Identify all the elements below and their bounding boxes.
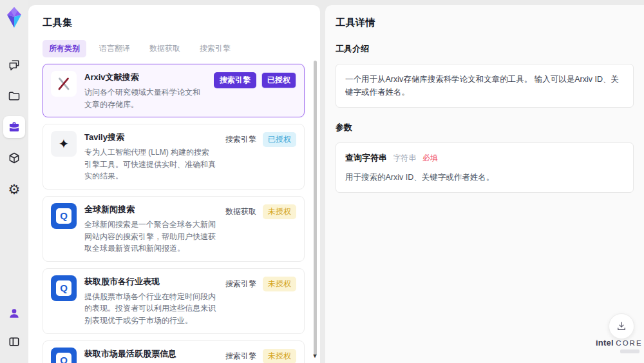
tool-card-main: Tavily搜索 专为人工智能代理 (LLM) 构建的搜索引擎工具。可快速提供实… xyxy=(84,131,216,182)
category-tabs: 所有类别语言翻译数据获取搜索引擎 xyxy=(43,40,305,57)
brand-intel: intel xyxy=(596,338,614,348)
tool-card[interactable]: Q 获取市场最活跃股票信息 提供当天交易量最高的股票列表，投资者可以利用这些信息… xyxy=(43,340,305,363)
category-tab[interactable]: 数据获取 xyxy=(143,40,187,57)
app-logo xyxy=(5,6,24,28)
param-header: 查询字符串 字符串 必填 xyxy=(345,152,624,165)
tool-card-badges: 搜索引擎 已授权 xyxy=(214,71,296,110)
tool-status-badge: 未授权 xyxy=(263,204,296,219)
tool-icon: ✦ xyxy=(51,131,77,157)
page-title: 工具集 xyxy=(43,17,305,29)
app-window: ⚙ 工具集 所有类别语言翻译数据获取搜索引擎 Arx xyxy=(0,0,644,363)
tool-status-badge: 已授权 xyxy=(261,72,296,88)
intel-core-logo: intel core xyxy=(596,338,639,353)
list-scrollbar[interactable] xyxy=(314,61,317,356)
sidebar-item-settings[interactable]: ⚙ xyxy=(3,178,25,200)
download-icon xyxy=(616,320,627,332)
tool-card[interactable]: Q 全球新闻搜索 全球新闻搜索是一个聚合全球各大新闻网站内容的搜索引擎，帮助用户… xyxy=(43,196,305,262)
chat-icon xyxy=(8,59,21,72)
gear-icon: ⚙ xyxy=(8,182,21,196)
params-section-title: 参数 xyxy=(336,122,634,133)
tool-card-badges: 搜索引擎 未授权 xyxy=(224,348,296,363)
brand-core: core xyxy=(616,339,642,347)
tool-card-main: 获取股市各行业表现 提供股票市场各个行业在特定时间段内的表现。投资者可以利用这些… xyxy=(84,275,216,327)
category-tab[interactable]: 所有类别 xyxy=(43,40,86,57)
tool-icon: Q xyxy=(51,203,77,229)
tool-category-badge: 搜索引擎 xyxy=(224,277,258,291)
tool-desc: 全球新闻搜索是一个聚合全球各大新闻网站内容的搜索引擎，帮助用户快速获取全球最新资… xyxy=(84,219,216,255)
panel-toggle-icon xyxy=(8,335,21,348)
tool-category-badge: 搜索引擎 xyxy=(214,72,256,88)
tool-icon: Q xyxy=(51,348,77,363)
param-name: 查询字符串 xyxy=(345,153,387,162)
param-required-badge: 必填 xyxy=(422,153,438,162)
tool-title: Arxiv文献搜索 xyxy=(84,72,206,83)
tool-card[interactable]: Q 获取股市各行业表现 提供股票市场各个行业在特定时间段内的表现。投资者可以利用… xyxy=(43,268,305,334)
intro-box: 一个用于从Arxiv存储库搜索科学论文和文章的工具。 输入可以是Arxiv ID… xyxy=(336,64,634,108)
tool-desc: 访问各个研究领域大量科学论文和文章的存储库。 xyxy=(84,86,206,110)
tool-status-badge: 未授权 xyxy=(263,277,296,291)
tool-list-panel: 工具集 所有类别语言翻译数据获取搜索引擎 Arxiv文献搜索 访问各个研究领域大… xyxy=(28,5,320,363)
sidebar-item-user[interactable] xyxy=(3,302,25,324)
tool-status-badge: 已授权 xyxy=(263,132,296,147)
tool-icon xyxy=(51,71,77,97)
sidebar: ⚙ xyxy=(0,0,28,363)
brand-subbar xyxy=(620,349,639,353)
tavily-icon: ✦ xyxy=(59,137,70,150)
tool-card-main: Arxiv文献搜索 访问各个研究领域大量科学论文和文章的存储库。 xyxy=(84,71,206,110)
tool-desc: 提供股票市场各个行业在特定时间段内的表现。投资者可以利用这些信息来识别表现优于或… xyxy=(84,291,216,327)
cube-icon xyxy=(8,152,21,164)
tool-card-badges: 搜索引擎 已授权 xyxy=(224,131,296,182)
download-button[interactable] xyxy=(609,313,634,339)
sidebar-item-files[interactable] xyxy=(3,85,25,107)
sidebar-item-collapse[interactable] xyxy=(3,331,25,353)
tool-status-badge: 未授权 xyxy=(263,349,296,363)
q-logo-icon: Q xyxy=(56,280,71,296)
tool-card-main: 获取市场最活跃股票信息 提供当天交易量最高的股票列表，投资者可以利用这些信息来识… xyxy=(84,348,216,363)
intro-section-title: 工具介绍 xyxy=(336,43,634,55)
tool-category-badge: 数据获取 xyxy=(224,204,258,219)
tool-card-badges: 搜索引擎 未授权 xyxy=(224,275,296,327)
tool-category-badge: 搜索引擎 xyxy=(224,132,258,147)
tool-desc: 专为人工智能代理 (LLM) 构建的搜索引擎工具。可快速提供实时、准确和真实的结… xyxy=(84,146,216,182)
q-logo-icon: Q xyxy=(56,208,71,224)
tool-card-badges: 数据获取 未授权 xyxy=(224,203,296,255)
scroll-down-icon[interactable]: ▼ xyxy=(312,353,318,359)
tool-card[interactable]: ✦ Tavily搜索 专为人工智能代理 (LLM) 构建的搜索引擎工具。可快速提… xyxy=(43,124,305,190)
tool-detail-panel: 工具详情 工具介绍 一个用于从Arxiv存储库搜索科学论文和文章的工具。 输入可… xyxy=(325,5,644,363)
sidebar-item-packages[interactable] xyxy=(3,147,25,169)
folder-icon xyxy=(8,90,21,103)
param-desc: 用于搜索的Arxiv ID、关键字或作者姓名。 xyxy=(345,171,624,184)
tool-title: Tavily搜索 xyxy=(84,132,216,143)
tool-category-badge: 搜索引擎 xyxy=(224,349,258,363)
tool-card[interactable]: Arxiv文献搜索 访问各个研究领域大量科学论文和文章的存储库。 搜索引擎 已授… xyxy=(43,64,305,117)
intro-text: 一个用于从Arxiv存储库搜索科学论文和文章的工具。 输入可以是Arxiv ID… xyxy=(345,75,619,97)
q-logo-icon: Q xyxy=(56,353,71,363)
toolbox-icon xyxy=(8,121,21,133)
tool-title: 获取市场最活跃股票信息 xyxy=(84,348,216,360)
param-box: 查询字符串 字符串 必填 用于搜索的Arxiv ID、关键字或作者姓名。 xyxy=(336,142,634,193)
tool-title: 全球新闻搜索 xyxy=(84,204,216,215)
category-tab[interactable]: 搜索引擎 xyxy=(193,40,237,57)
sidebar-item-chat[interactable] xyxy=(3,54,25,76)
sidebar-item-tools[interactable] xyxy=(3,116,25,138)
tool-card-main: 全球新闻搜索 全球新闻搜索是一个聚合全球各大新闻网站内容的搜索引擎，帮助用户快速… xyxy=(84,203,216,255)
category-tab[interactable]: 语言翻译 xyxy=(93,40,137,57)
user-icon xyxy=(8,307,21,320)
arxiv-icon xyxy=(55,75,72,92)
tool-title: 获取股市各行业表现 xyxy=(84,276,216,288)
detail-title: 工具详情 xyxy=(336,17,634,29)
param-type: 字符串 xyxy=(393,153,416,162)
tool-icon: Q xyxy=(51,275,77,301)
tool-cards: Arxiv文献搜索 访问各个研究领域大量科学论文和文章的存储库。 搜索引擎 已授… xyxy=(43,64,305,363)
